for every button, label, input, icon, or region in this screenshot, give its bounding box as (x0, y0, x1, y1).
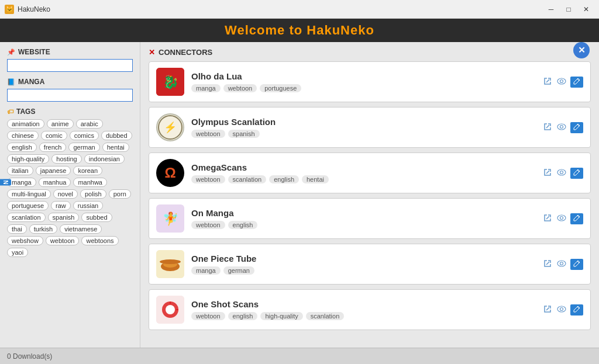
svg-point-12 (557, 215, 566, 221)
eye-icon[interactable] (556, 167, 567, 179)
svg-text:🧚: 🧚 (163, 211, 179, 227)
tag-item[interactable]: comics (70, 131, 99, 140)
tag-item[interactable]: webshow (7, 236, 43, 245)
connector-name: OmegaScans (191, 162, 535, 172)
tag-item[interactable]: polish (80, 189, 106, 199)
tag-item[interactable]: english (7, 143, 37, 152)
tag-item[interactable]: comic (41, 131, 67, 140)
svg-point-3 (560, 80, 563, 83)
edit-icon[interactable] (570, 77, 583, 88)
tag-item[interactable]: portuguese (7, 201, 49, 210)
tag-item[interactable]: italian (7, 166, 33, 175)
minimize-button[interactable]: ─ (543, 4, 559, 15)
tag-item[interactable]: manga (7, 178, 36, 187)
link-icon[interactable] (542, 304, 553, 316)
svg-point-13 (560, 217, 563, 220)
n-badge: N (0, 179, 11, 185)
tag-item[interactable]: hentai (102, 143, 129, 152)
tag-item[interactable]: japanese (36, 166, 71, 175)
connector-tag-item: high-quality (260, 312, 302, 320)
tag-item[interactable]: spanish (48, 213, 80, 222)
website-icon: 📌 (7, 48, 15, 56)
tag-item[interactable]: scanlation (7, 213, 46, 222)
website-label: WEBSITE (18, 48, 50, 56)
connector-name: On Manga (191, 208, 535, 218)
link-icon[interactable] (542, 167, 553, 179)
connector-tag-item: german (223, 266, 254, 275)
connector-info: Olympus Scanlationwebtoonspanish (191, 117, 535, 138)
connectors-label: CONNECTORS (159, 48, 212, 57)
close-panel-button[interactable]: ✕ (573, 42, 590, 58)
tag-item[interactable]: russian (73, 201, 103, 210)
maximize-button[interactable]: □ (560, 4, 577, 15)
tag-item[interactable]: german (68, 143, 99, 152)
connector-tag-item: webtoon (191, 130, 225, 138)
tag-item[interactable]: animation (7, 119, 44, 129)
connector-card[interactable]: 🐉Olho da Luamangawebtoonportuguese (149, 61, 591, 102)
edit-icon[interactable] (570, 304, 583, 316)
tag-item[interactable]: subbed (81, 213, 112, 222)
edit-icon[interactable] (570, 168, 583, 179)
tag-item[interactable]: novel (53, 189, 78, 199)
tag-item[interactable]: porn (109, 189, 131, 199)
edit-icon[interactable] (570, 122, 583, 133)
tag-item[interactable]: webtoon (46, 236, 80, 245)
tag-item[interactable]: dubbed (101, 131, 132, 140)
link-icon[interactable] (542, 122, 553, 134)
tag-item[interactable]: french (39, 143, 67, 152)
connector-card[interactable]: 🧚On Mangawebtoonenglish (149, 198, 591, 239)
status-bar: 0 Download(s) (0, 348, 599, 364)
tag-item[interactable]: raw (51, 201, 71, 210)
link-icon[interactable] (542, 258, 553, 271)
connector-info: On Mangawebtoonenglish (191, 208, 535, 229)
link-icon[interactable] (542, 76, 553, 88)
tag-item[interactable]: hosting (51, 154, 81, 164)
connector-logo: 🧚 (156, 204, 184, 233)
tag-item[interactable]: webtoons (81, 236, 118, 245)
tag-item[interactable]: high-quality (7, 154, 49, 164)
connectors-list[interactable]: 🐉Olho da Luamangawebtoonportuguese⚡Olymp… (140, 61, 599, 348)
connector-tag-item: hentai (302, 175, 329, 183)
status-text: 0 Download(s) (7, 352, 52, 360)
eye-icon[interactable] (556, 213, 567, 224)
edit-icon[interactable] (570, 213, 583, 224)
tag-item[interactable]: chinese (7, 131, 39, 140)
edit-icon[interactable] (570, 259, 583, 270)
connector-name: Olympus Scanlation (191, 117, 535, 127)
connector-tag-item: webtoon (191, 221, 225, 229)
tag-item[interactable]: thai (7, 224, 27, 234)
tag-item[interactable]: korean (73, 166, 102, 175)
connector-actions (542, 213, 583, 225)
tag-item[interactable]: turkish (29, 224, 57, 234)
connector-card[interactable]: ⚡Olympus Scanlationwebtoonspanish (149, 107, 591, 148)
svg-point-9 (560, 171, 563, 174)
eye-icon[interactable] (556, 304, 567, 316)
connector-card[interactable]: One Piece Tubemangagerman (149, 244, 591, 285)
tag-item[interactable]: manhua (39, 178, 71, 187)
tag-item[interactable]: manhwa (73, 178, 107, 187)
connector-card[interactable]: ΩOmegaScanswebtoonscanlationenglishhenta… (149, 152, 591, 193)
eye-icon[interactable] (556, 122, 567, 133)
connector-info: Olho da Luamangawebtoonportuguese (191, 71, 535, 92)
eye-icon[interactable] (556, 258, 567, 270)
tag-item[interactable]: yaoi (7, 248, 28, 257)
manga-input[interactable] (7, 89, 133, 102)
tag-item[interactable]: anime (47, 119, 74, 129)
connector-tags: mangawebtoonportuguese (191, 84, 535, 92)
connectors-header: ✕ CONNECTORS (140, 42, 599, 61)
tag-item[interactable]: vietnamese (60, 224, 102, 234)
svg-point-6 (557, 124, 566, 130)
eye-icon[interactable] (556, 76, 567, 88)
website-input[interactable] (7, 59, 133, 72)
link-icon[interactable] (542, 213, 553, 225)
connector-tags: webtoonenglish (191, 221, 535, 229)
close-window-button[interactable]: ✕ (578, 4, 594, 15)
connectors-x-icon: ✕ (149, 48, 155, 57)
tag-item[interactable]: multi-lingual (7, 189, 51, 199)
connector-card[interactable]: One Shot Scanswebtoonenglishhigh-quality… (149, 289, 591, 330)
tag-item[interactable]: indonesian (84, 154, 125, 164)
connector-tags: webtoonscanlationenglishhentai (191, 175, 535, 183)
window-controls: ─ □ ✕ (543, 4, 594, 15)
tag-item[interactable]: arabic (76, 119, 103, 129)
connector-logo (156, 250, 184, 278)
